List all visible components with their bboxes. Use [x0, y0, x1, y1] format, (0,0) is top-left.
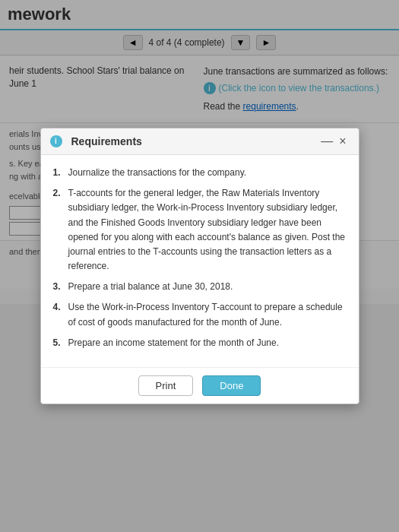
done-button[interactable]: Done	[202, 375, 261, 396]
modal-body: 1. Journalize the transactions for the c…	[41, 155, 359, 367]
requirement-item-1: 1. Journalize the transactions for the c…	[53, 166, 347, 180]
modal-overlay: i Requirements — × 1. Journalize the tra…	[0, 0, 399, 532]
requirement-item-2: 2. T-accounts for the general ledger, th…	[53, 186, 347, 274]
req-text-4: Use the Work-in-Process Inventory T-acco…	[68, 300, 347, 329]
req-num-3: 3.	[53, 280, 64, 294]
modal-footer: Print Done	[41, 367, 359, 404]
modal-close-button[interactable]: ×	[336, 135, 349, 148]
requirement-item-3: 3. Prepare a trial balance at June 30, 2…	[53, 280, 347, 294]
modal-minimize-button[interactable]: —	[318, 135, 336, 148]
req-num-4: 4.	[53, 300, 64, 329]
print-button[interactable]: Print	[138, 375, 194, 396]
req-num-2: 2.	[53, 186, 64, 274]
req-text-1: Journalize the transactions for the comp…	[68, 166, 247, 180]
req-num-5: 5.	[53, 336, 64, 350]
requirement-item-5: 5. Prepare an income statement for the m…	[53, 336, 347, 350]
modal-info-icon: i	[50, 135, 62, 147]
req-text-2: T-accounts for the general ledger, the R…	[68, 186, 347, 274]
requirements-modal: i Requirements — × 1. Journalize the tra…	[40, 128, 359, 404]
requirement-item-4: 4. Use the Work-in-Process Inventory T-a…	[53, 300, 347, 329]
req-text-5: Prepare an income statement for the mont…	[68, 336, 280, 350]
modal-header: i Requirements — ×	[41, 128, 359, 155]
req-num-1: 1.	[53, 166, 64, 180]
req-text-3: Prepare a trial balance at June 30, 2018…	[68, 280, 233, 294]
modal-title: Requirements	[71, 135, 318, 147]
requirements-list: 1. Journalize the transactions for the c…	[53, 166, 347, 350]
